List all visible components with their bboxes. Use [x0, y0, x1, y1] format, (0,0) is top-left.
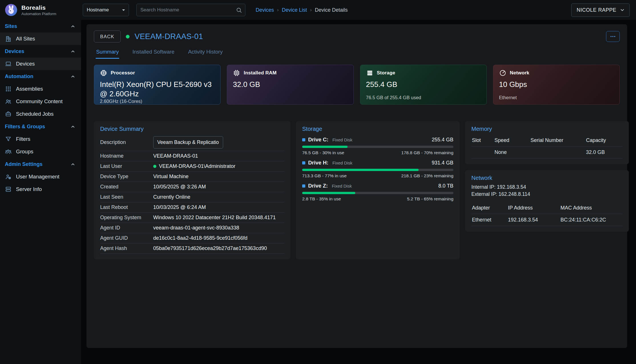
summary-row-operating-system: Operating System Windows 10 2022 Datacen… — [100, 213, 284, 223]
sidebar-item-all-sites[interactable]: All Sites — [0, 32, 81, 45]
search-input[interactable] — [140, 7, 236, 13]
summary-row-device-type: Device Type Virtual Machine — [100, 172, 284, 182]
server-icon — [5, 186, 12, 193]
ram-chip-icon — [233, 69, 240, 77]
sidebar-item-label: User Management — [16, 174, 59, 180]
building-icon — [5, 35, 12, 42]
group-icon — [5, 148, 12, 155]
stat-cards-row: Processor Intel(R) Xeon(R) CPU E5-2690 v… — [94, 65, 620, 105]
memory-table-header: Slot Speed Serial Number Capacity — [471, 135, 623, 147]
card-title: Installed RAM — [244, 70, 276, 76]
ram-value: 32.0 GB — [233, 80, 348, 89]
user-name: NICOLE RAPPE — [577, 7, 616, 13]
section-label: Devices — [5, 48, 24, 54]
summary-row-description: Description — [100, 134, 284, 151]
detail-panels-row: Device Summary Description Hostname VEEA… — [94, 121, 620, 259]
sidebar-item-scheduled-jobs[interactable]: Scheduled Jobs — [0, 108, 81, 120]
summary-row-agent-id: Agent ID veeam-draas-01-agent-svc-8930a3… — [100, 223, 284, 233]
drive-usage-bar — [302, 169, 453, 171]
drive-used-text: 713.3 GB - 77% in use — [302, 173, 347, 178]
processor-subtext: 2.60GHz (16-Cores) — [100, 99, 215, 104]
section-label: Filters & Groups — [5, 124, 45, 130]
sidebar-item-groups[interactable]: Groups — [0, 145, 81, 158]
user-gear-icon — [5, 173, 12, 180]
sidebar-section-filters-groups[interactable]: Filters & Groups — [0, 120, 81, 133]
sidebar-section-automation[interactable]: Automation — [0, 70, 81, 83]
device-title: VEEAM-DRAAS-01 — [135, 32, 203, 41]
sidebar-item-label: Assemblies — [16, 86, 43, 92]
device-details-panel: BACK VEEAM-DRAAS-01 Summary Installed So… — [86, 24, 627, 348]
device-summary-title: Device Summary — [100, 126, 284, 132]
ram-subtext — [233, 95, 348, 101]
device-title-row: BACK VEEAM-DRAAS-01 — [94, 30, 620, 43]
drive-bullet-icon — [302, 184, 305, 188]
section-label: Sites — [5, 23, 17, 29]
chevron-up-icon — [70, 161, 76, 167]
sidebar-item-community-content[interactable]: Community Content — [0, 95, 81, 108]
breadcrumb-separator: › — [277, 7, 279, 13]
online-status-dot — [126, 35, 130, 38]
network-panel-title: Network — [471, 175, 623, 181]
grid-icon — [5, 86, 12, 92]
breadcrumb-device-list[interactable]: Device List — [282, 7, 307, 13]
sidebar-section-admin-settings[interactable]: Admin Settings — [0, 158, 81, 170]
drive-used-text: 76.5 GB - 30% in use — [302, 150, 344, 155]
breadcrumb: Devices › Device List › Device Details — [256, 7, 348, 13]
borealis-logo[interactable] — [5, 3, 18, 17]
dropdown-caret-icon — [120, 7, 127, 13]
drive-bullet-icon — [302, 138, 305, 141]
search-icon[interactable] — [236, 7, 242, 13]
brand-subtitle: Automation Platform — [21, 12, 56, 16]
memory-panel: Memory Slot Speed Serial Number Capacity… — [465, 121, 629, 164]
tab-activity-history[interactable]: Activity History — [187, 45, 223, 59]
sidebar-item-filters[interactable]: Filters — [0, 133, 81, 145]
sidebar-section-devices[interactable]: Devices — [0, 45, 81, 58]
search-field-dropdown[interactable]: Hostname — [83, 4, 129, 16]
sidebar-section-sites[interactable]: Sites — [0, 20, 81, 32]
sidebar-item-label: Server Info — [16, 186, 42, 192]
summary-row-agent-guid: Agent GUID de16c0c1-8aa2-4d18-9585-9ce91… — [100, 233, 284, 243]
memory-panel-title: Memory — [471, 126, 623, 132]
summary-row-agent-hash: Agent Hash 05ba0e7935171d626ecea29b27d7a… — [100, 243, 284, 254]
drive-used-text: 2.8 TB - 35% in use — [302, 196, 341, 202]
tab-summary[interactable]: Summary — [96, 45, 119, 59]
chevron-up-icon — [70, 74, 76, 80]
brand-name: Borealis — [21, 4, 56, 11]
tabs: Summary Installed Software Activity Hist… — [96, 45, 618, 59]
device-summary-table: Description Hostname VEEAM-DRAAS-01 Last… — [100, 134, 284, 254]
sidebar-item-devices[interactable]: Devices — [0, 58, 81, 70]
brand: Borealis Automation Platform — [0, 3, 81, 17]
breadcrumb-devices[interactable]: Devices — [256, 7, 274, 13]
tab-installed-software[interactable]: Installed Software — [132, 45, 175, 59]
sidebar-item-user-management[interactable]: User Management — [0, 170, 81, 183]
sidebar-item-label: Community Content — [16, 98, 62, 105]
sidebar-item-assemblies[interactable]: Assemblies — [0, 83, 81, 95]
sidebar-item-server-info[interactable]: Server Info — [0, 183, 81, 196]
network-value: 10 Gbps — [499, 80, 614, 89]
card-title: Network — [510, 70, 529, 76]
network-subtext: Ethernet — [499, 95, 614, 101]
external-ip: External IP: 162.248.8.114 — [471, 191, 623, 198]
filter-funnel-icon — [5, 136, 12, 143]
online-status-dot — [153, 165, 156, 168]
card-title: Processor — [111, 70, 135, 76]
user-menu-button[interactable]: NICOLE RAPPE — [571, 3, 630, 17]
breadcrumb-separator: › — [310, 7, 312, 13]
summary-row-hostname: Hostname VEEAM-DRAAS-01 — [100, 151, 284, 161]
sidebar-item-label: Scheduled Jobs — [16, 111, 54, 117]
section-label: Automation — [5, 74, 33, 80]
more-actions-button[interactable] — [606, 31, 620, 42]
main-content: BACK VEEAM-DRAAS-01 Summary Installed So… — [81, 20, 636, 364]
storage-panel-title: Storage — [302, 126, 453, 132]
drive-remaining-text: 218.1 GB - 23% remaining — [401, 173, 453, 178]
summary-row-last-reboot: Last Reboot 10/03/2025 @ 6:24 AM — [100, 202, 284, 213]
storage-panel: Storage Drive C: Fixed Disk 255.4 GB 76.… — [296, 121, 460, 259]
storage-stack-icon — [366, 69, 373, 77]
back-button[interactable]: BACK — [94, 30, 121, 42]
drive-remaining-text: 178.8 GB - 70% remaining — [401, 150, 453, 155]
section-label: Admin Settings — [5, 161, 43, 167]
processor-card: Processor Intel(R) Xeon(R) CPU E5-2690 v… — [94, 65, 221, 105]
description-input[interactable] — [153, 136, 223, 149]
topbar: Borealis Automation Platform Hostname De… — [0, 0, 636, 20]
chevron-up-icon — [70, 23, 76, 29]
